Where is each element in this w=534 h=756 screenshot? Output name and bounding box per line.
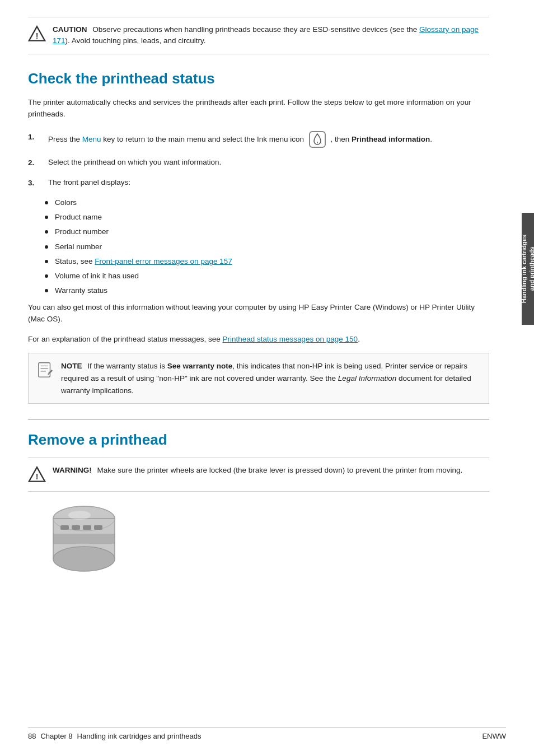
bullet-dot — [45, 216, 48, 219]
svg-point-15 — [53, 547, 115, 571]
step-1: 1. Press the Menu key to return to the m… — [28, 130, 489, 148]
note-box: NOTE If the warranty status is See warra… — [28, 353, 489, 404]
ink-menu-icon — [308, 130, 326, 148]
warning-label: WARNING! — [53, 466, 92, 474]
caution-icon: ! — [28, 25, 46, 44]
svg-rect-19 — [60, 525, 69, 530]
list-item-colors: Colors — [45, 197, 489, 208]
svg-marker-8 — [49, 370, 53, 374]
para1: You can also get most of this informatio… — [28, 301, 489, 325]
printhead-status-messages-link[interactable]: Printhead status messages on page 150 — [222, 335, 358, 343]
svg-rect-20 — [72, 525, 80, 530]
step-3: 3. The front panel displays: — [28, 176, 489, 189]
caution-label: CAUTION — [53, 25, 87, 34]
bullet-dot — [45, 289, 48, 292]
list-item-warranty-status-text: Warranty status — [55, 285, 107, 296]
section-separator — [28, 419, 489, 420]
warning-icon: ! — [28, 466, 46, 484]
printhead-image — [39, 503, 129, 576]
note-italic: Legal Information — [338, 374, 396, 382]
side-tab: Handling ink cartridgesand printheads — [522, 213, 534, 325]
menu-key: Menu — [82, 134, 101, 143]
list-item-volume: Volume of ink it has used — [45, 270, 489, 282]
list-item-volume-text: Volume of ink it has used — [55, 270, 139, 282]
note-text-before: If the warranty status is — [87, 362, 167, 370]
list-item-product-number: Product number — [45, 226, 489, 237]
warning-body: Make sure the printer wheels are locked … — [97, 466, 463, 474]
footer-left: 88 Chapter 8 Handling ink cartridges and… — [28, 732, 201, 740]
bullet-dot — [45, 201, 48, 204]
footer-chapter-text: Handling ink cartridges and printheads — [77, 732, 202, 740]
para2: For an explanation of the printhead stat… — [28, 333, 489, 346]
note-text: NOTE If the warranty status is See warra… — [61, 360, 481, 396]
printhead-image-container — [39, 503, 489, 577]
section2-heading: Remove a printhead — [28, 431, 489, 449]
step-2: 2. Select the printhead on which you wan… — [28, 156, 489, 169]
list-item-product-name-text: Product name — [55, 212, 102, 223]
front-panel-displays-list: Colors Product name Product number Seria… — [28, 197, 489, 297]
step-3-content: The front panel displays: — [48, 176, 489, 189]
svg-text:!: ! — [36, 472, 39, 481]
printhead-info-bold: Printhead information — [352, 134, 430, 143]
list-item-serial-number-text: Serial number — [55, 241, 102, 253]
svg-rect-22 — [94, 525, 102, 530]
steps-list: 1. Press the Menu key to return to the m… — [28, 130, 489, 189]
list-item-product-number-text: Product number — [55, 226, 109, 237]
caution-text-before: Observe precautions when handling printh… — [92, 25, 419, 34]
note-bold: See warranty note — [167, 362, 232, 370]
main-content: ! CAUTION Observe precautions when handl… — [0, 0, 534, 600]
step-3-number: 3. — [28, 176, 38, 189]
svg-rect-18 — [53, 534, 115, 544]
list-item-serial-number: Serial number — [45, 241, 489, 253]
caution-box: ! CAUTION Observe precautions when handl… — [28, 17, 489, 54]
bullet-dot — [45, 245, 48, 249]
side-tab-text: Handling ink cartridgesand printheads — [520, 235, 534, 303]
list-item-colors-text: Colors — [55, 197, 77, 208]
footer-right: ENWW — [482, 732, 506, 740]
list-item-status-text: Status, see Front-panel error messages o… — [55, 256, 232, 267]
step-2-content: Select the printhead on which you want i… — [48, 156, 489, 169]
svg-text:!: ! — [36, 31, 39, 40]
warning-box: ! WARNING! Make sure the printer wheels … — [28, 458, 489, 492]
caution-text: CAUTION Observe precautions when handlin… — [53, 24, 489, 47]
front-panel-errors-link[interactable]: Front-panel error messages on page 157 — [95, 257, 232, 265]
note-label: NOTE — [61, 362, 82, 370]
warning-text: WARNING! Make sure the printer wheels ar… — [53, 465, 462, 476]
page-footer: 88 Chapter 8 Handling ink cartridges and… — [28, 727, 506, 740]
section1-heading: Check the printhead status — [28, 70, 489, 87]
bullet-dot — [45, 274, 48, 278]
step-1-number: 1. — [28, 130, 38, 143]
caution-text2: ). Avoid touching pins, leads, and circu… — [65, 36, 206, 45]
list-item-warranty-status: Warranty status — [45, 285, 489, 296]
footer-chapter: Chapter 8 — [40, 732, 72, 740]
svg-point-17 — [68, 511, 91, 520]
step-1-content: Press the Menu key to return to the main… — [48, 130, 489, 148]
note-icon — [36, 361, 54, 381]
footer-enww: ENWW — [482, 732, 506, 740]
bullet-dot — [45, 260, 48, 263]
section1-intro: The printer automatically checks and ser… — [28, 96, 489, 120]
svg-rect-21 — [83, 525, 91, 530]
bullet-dot — [45, 230, 48, 234]
list-item-status: Status, see Front-panel error messages o… — [45, 256, 489, 267]
footer-page-num: 88 — [28, 732, 36, 740]
step-2-number: 2. — [28, 156, 38, 169]
list-item-product-name: Product name — [45, 212, 489, 223]
